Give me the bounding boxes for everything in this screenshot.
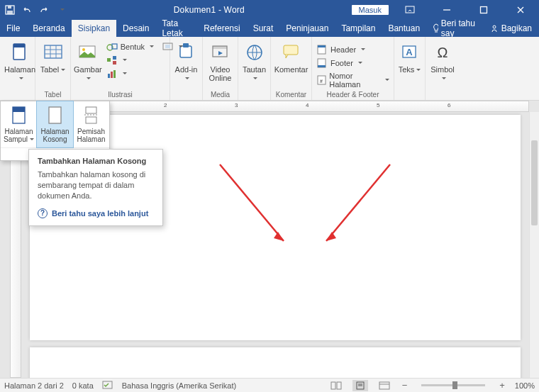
redo-icon[interactable]	[38, 4, 50, 16]
halaman-label: Halaman	[4, 65, 35, 82]
svg-rect-46	[49, 107, 61, 123]
nomor-halaman-button[interactable]: # Nomor Halaman	[315, 71, 391, 89]
chart-button[interactable]	[105, 68, 155, 79]
web-layout-icon[interactable]	[377, 380, 392, 391]
svg-rect-9	[13, 44, 25, 47]
tab-bantuan[interactable]: Bantuan	[382, 20, 426, 37]
svg-text:#: #	[320, 79, 323, 84]
tabel-button[interactable]: Tabel	[38, 40, 67, 75]
simbol-button[interactable]: Ω Simbol	[428, 40, 457, 84]
svg-rect-19	[107, 58, 111, 62]
status-words[interactable]: 0 kata	[72, 381, 94, 390]
blank-page-icon	[47, 106, 64, 125]
ribbon-display-options-icon[interactable]	[394, 0, 426, 20]
qat-customize-icon[interactable]	[55, 4, 67, 16]
pemisah-halaman-button[interactable]: Pemisah Halaman	[73, 101, 109, 147]
zoom-slider-knob[interactable]	[452, 381, 457, 389]
ribbon: Halaman Tabel Tabel Gambar Bentuk	[0, 37, 539, 101]
page-icon	[9, 41, 31, 64]
tooltip-blank-page: Tambahkan Halaman Kosong Tambahkan halam…	[28, 149, 163, 226]
zoom-level[interactable]: 100%	[515, 381, 535, 390]
read-mode-icon[interactable]	[328, 380, 344, 391]
tab-beranda[interactable]: Beranda	[26, 20, 71, 37]
komentar-button[interactable]: Komentar	[274, 40, 309, 75]
title-bar: Dokumen1 - Word Masuk	[0, 0, 539, 20]
svg-rect-5	[481, 7, 487, 13]
group-ilustrasi-label: Ilustrasi	[74, 91, 167, 100]
tab-sisipkan[interactable]: Sisipkan	[72, 20, 116, 37]
document-page-2[interactable]	[30, 347, 521, 378]
video-online-button[interactable]: Video Online	[206, 40, 235, 84]
tab-surat[interactable]: Surat	[247, 20, 280, 37]
minimize-button[interactable]	[431, 0, 462, 20]
save-icon[interactable]	[4, 4, 16, 16]
annotation-arrow-left	[213, 157, 298, 250]
chart-icon	[106, 69, 118, 79]
svg-rect-23	[111, 72, 113, 78]
svg-rect-34	[318, 45, 326, 47]
tab-file[interactable]: File	[0, 20, 26, 37]
header-button[interactable]: Header	[315, 44, 391, 55]
ribbon-tabs: File Beranda Sisipkan Desain Tata Letak …	[0, 20, 539, 37]
status-language[interactable]: Bahasa Inggris (Amerika Serikat)	[122, 381, 236, 390]
video-label: Video Online	[206, 65, 235, 82]
simbol-label: Simbol	[428, 65, 457, 82]
svg-rect-56	[379, 382, 389, 389]
help-icon: ?	[38, 208, 48, 218]
tooltip-body: Tambahkan halaman kosong di sembarang te…	[38, 169, 154, 201]
tab-referensi[interactable]: Referensi	[197, 20, 246, 37]
tab-tataletak[interactable]: Tata Letak	[155, 20, 197, 37]
share-button[interactable]: Bagikan	[483, 20, 539, 37]
status-page[interactable]: Halaman 2 dari 2	[4, 381, 64, 390]
halaman-kosong-button[interactable]: Halaman Kosong	[36, 101, 74, 148]
svg-rect-52	[337, 382, 341, 389]
bentuk-button[interactable]: Bentuk	[105, 41, 155, 52]
svg-rect-28	[183, 43, 189, 47]
teks-button[interactable]: A Teks	[397, 40, 422, 75]
zoom-out-button[interactable]: −	[401, 380, 409, 391]
signin-button[interactable]: Masuk	[352, 5, 389, 15]
svg-rect-10	[45, 45, 62, 58]
tell-me-label: Beri tahu say	[441, 18, 477, 38]
undo-icon[interactable]	[21, 4, 33, 16]
zoom-in-button[interactable]: +	[498, 380, 506, 391]
footer-label: Footer	[330, 59, 353, 67]
addin-icon	[175, 41, 198, 64]
page-number-icon: #	[316, 75, 326, 85]
svg-rect-22	[108, 74, 110, 78]
zoom-slider[interactable]	[421, 384, 485, 386]
tab-peninjauan[interactable]: Peninjauan	[279, 20, 335, 37]
footer-icon	[316, 58, 328, 68]
close-button[interactable]	[505, 0, 536, 20]
tell-me-input[interactable]: Beri tahu say	[426, 20, 482, 37]
video-icon	[209, 41, 232, 64]
tab-tampilan[interactable]: Tampilan	[335, 20, 382, 37]
sampul-label: Halaman Sampul	[2, 128, 35, 143]
maximize-button[interactable]	[468, 0, 499, 20]
gambar-label: Gambar	[74, 65, 102, 82]
group-komentar-label: Komentar	[274, 91, 309, 100]
group-headerfooter-label: Header & Footer	[315, 91, 391, 100]
halaman-button[interactable]: Halaman	[4, 40, 35, 84]
svg-rect-24	[113, 70, 116, 78]
halaman-sampul-button[interactable]: Halaman Sampul	[1, 101, 37, 147]
spellcheck-icon[interactable]	[102, 381, 113, 390]
cover-page-icon	[11, 106, 28, 125]
tab-desain[interactable]: Desain	[116, 20, 155, 37]
footer-button[interactable]: Footer	[315, 57, 391, 69]
print-layout-icon[interactable]	[352, 380, 368, 391]
kosong-label: Halaman Kosong	[38, 128, 72, 143]
svg-line-43	[326, 164, 390, 241]
group-tabel-label: Tabel	[38, 91, 67, 100]
table-icon	[42, 41, 65, 64]
svg-rect-48	[86, 117, 96, 123]
tautan-button[interactable]: Tautan	[241, 40, 267, 84]
tooltip-tell-me-more[interactable]: ? Beri tahu saya lebih lanjut	[38, 208, 154, 218]
scrollbar-thumb[interactable]	[531, 140, 538, 225]
vertical-scrollbar[interactable]	[529, 112, 539, 378]
gambar-button[interactable]: Gambar	[74, 40, 102, 84]
header-icon	[316, 45, 328, 55]
smartart-button[interactable]	[105, 55, 155, 66]
addin-button[interactable]: Add-in	[173, 40, 199, 84]
svg-rect-32	[284, 45, 298, 55]
